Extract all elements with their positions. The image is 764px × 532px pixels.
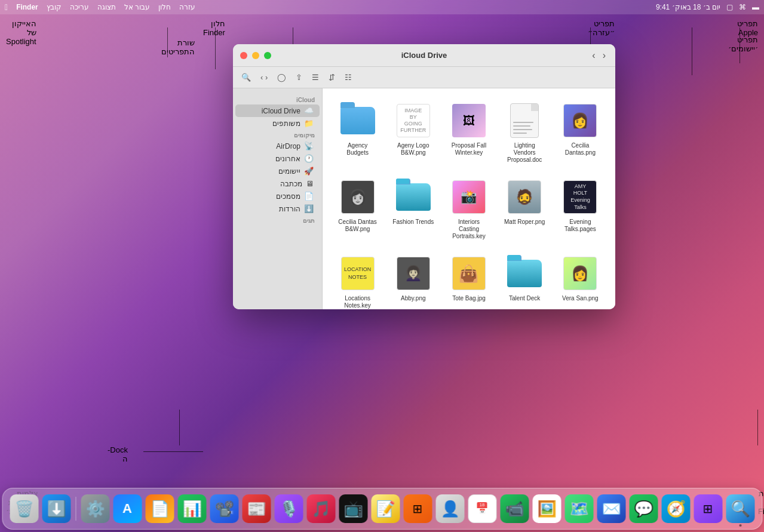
menubar-goto[interactable]: עבור אל [124,3,150,11]
sidebar-item-airdrop[interactable]: 📡 AirDrop [235,140,320,152]
menubar-right: יום ב׳ 18 באוק׳ 9:41 ▢ ⌘ ▬ [656,3,759,11]
file-item-vera[interactable]: 👩 Vera San.png [555,251,606,309]
tag-button[interactable]: ◯ [275,72,289,83]
menubar-annotation: שורת התפריטים [161,38,195,56]
dock-app-maps[interactable]: 🗺️ [564,494,593,523]
sidebar-item-shared[interactable]: 📁 משותפים [235,117,320,130]
file-item-locations[interactable]: LOCATIONNOTES Locations Notes.key [332,251,383,309]
downloads-icon: ⬇️ [304,204,314,213]
file-item-matt[interactable]: 🧔 Matt Roper.png [499,174,550,244]
menubar-file[interactable]: קובץ [47,3,62,11]
file-item-cecilia-bw[interactable]: 👩 Cecilia Dantas B&W.png [332,174,383,244]
file-item-interiors[interactable]: 📸 Interiors Casting Portraits.key [443,174,494,244]
dock-app-mail[interactable]: ✉️ [597,494,625,523]
app-name-label[interactable]: Finder [16,3,38,11]
proposal-fw-label: Proposal Fall Winter.key [447,142,490,156]
apple-menu-icon[interactable]:  [5,2,8,12]
close-button[interactable] [240,52,247,59]
proposal-fw-icon: 🖼 [450,102,488,140]
dock-app-launchpad[interactable]: ⊞ [403,494,432,523]
back-button[interactable]: ‹ [590,50,597,61]
search-button[interactable]: 🔍 [239,72,253,83]
maximize-button[interactable] [264,52,271,59]
finder-window-annotation: חלון Finder [203,19,225,37]
menubar-edit[interactable]: עריכה [70,3,89,11]
sort-button[interactable]: ⇵ [326,72,337,83]
dock-app-trash[interactable]: 🗑️ [10,494,38,523]
minimize-button[interactable] [252,52,259,59]
dock-app-app-store[interactable]: A [113,494,142,523]
dock-app-photos[interactable]: 🖼️ [532,494,561,523]
forward-button[interactable]: › [600,50,608,61]
sidebar-item-documents[interactable]: 📄 מסמכים [235,190,320,202]
screenshot-icon[interactable]: ▢ [726,3,733,11]
abby-icon: 👩‍🦱 [394,254,432,293]
ageny-logo-icon: IMAGEBYGOINGFURTHER [394,102,432,140]
dock-app-safari[interactable]: 🧭 [661,494,690,523]
share-button[interactable]: ⇧ [293,72,305,83]
dock-app-calendar[interactable]: 18 📅 [468,494,496,523]
wifi-icon[interactable]: ⌘ [739,3,746,11]
grid-view-button[interactable]: ☷ [342,72,354,83]
cecilia-icon: 👩 [561,102,599,140]
dock-app-facetime[interactable]: 📹 [500,494,529,523]
sidebar-item-icloud-drive[interactable]: ☁️ iCloud Drive [235,104,320,117]
dock-app-numbers[interactable]: 📊 [177,494,206,523]
file-item-talent-deck[interactable]: Talent Deck [499,251,550,309]
finder-window: iCloud Drive ‹ › 🔍 ‹ › ◯ ⇧ ☰ ⇵ ☷ iCloud … [233,44,615,309]
dock-app-finder[interactable]: 🔍 [726,494,754,523]
finder-window-title: iCloud Drive [401,51,447,60]
finder-nav: ‹ › [590,50,608,61]
file-item-tote-bag[interactable]: 👜 Tote Bag.jpg [443,251,494,309]
battery-icon: ▬ [752,3,759,11]
file-item-agency-budgets[interactable]: Agency Budgets [332,98,383,167]
sidebar-item-recents[interactable]: 🕐 אחרונים [235,152,320,165]
dock-app-contacts[interactable]: 👤 [435,494,464,523]
sidebar-item-desktop[interactable]: 🖥 מכתבה [235,177,320,190]
ageny-logo-label: Ageny Logo B&W.png [392,142,435,156]
dock-app-notes[interactable]: 📝 [371,494,400,523]
dock-app-podcasts[interactable]: 🎙️ [274,494,303,523]
dock-app-pages[interactable]: 📄 [145,494,174,523]
dock-app-news[interactable]: 📰 [242,494,271,523]
vera-icon: 👩 [561,254,599,293]
sidebar-item-downloads[interactable]: ⬇️ הורדות [235,202,320,215]
sidebar-item-apps[interactable]: 🚀 יישומים [235,165,320,177]
cecilia-label: Cecilia Dantas.png [559,142,602,156]
dock-app-system-prefs[interactable]: ⚙️ [81,494,109,523]
dock-app-keynote[interactable]: 📽️ [210,494,238,523]
airdrop-label: AirDrop [276,142,300,150]
dock-app-grid[interactable]: ⊞ [694,494,722,523]
documents-label: מסמכים [276,192,300,201]
file-item-proposal-fw[interactable]: 🖼 Proposal Fall Winter.key [443,98,494,167]
finder-titlebar: iCloud Drive ‹ › [233,44,615,67]
dock-app-messages[interactable]: 💬 [629,494,658,523]
airdrop-icon: 📡 [304,142,314,150]
locations-icon: LOCATIONNOTES [339,254,377,293]
file-item-evening-talks[interactable]: AMYHOLTEveningTalks Evening Talks.pages [555,174,606,244]
file-item-cecilia[interactable]: 👩 Cecilia Dantas.png [555,98,606,167]
dock-app-music[interactable]: 🎵 [306,494,335,523]
back-nav-button[interactable]: ‹ › [258,72,270,83]
apple-menu-annotation: תפריט Apple [737,19,758,37]
desktop-icon: 🖥 [306,179,314,188]
file-item-fashion-trends[interactable]: Fashion Trends [388,174,438,244]
file-item-lighting-vendors[interactable]: Lighting Vendors Proposal.doc [499,98,550,167]
matt-label: Matt Roper.png [504,219,545,226]
dock-app-downloads[interactable]: ⬇️ [42,494,70,523]
fashion-trends-label: Fashion Trends [392,219,434,226]
view-options-button[interactable]: ☰ [309,72,321,83]
menubar-view[interactable]: תצוגה [97,3,116,11]
apps-label: יישומים [278,167,300,176]
finder-content: Agency Budgets IMAGEBYGOINGFURTHER Ageny… [323,88,615,309]
cecilia-bw-label: Cecilia Dantas B&W.png [336,219,379,233]
menubar-help[interactable]: עזרה [179,3,195,11]
menubar-window[interactable]: חלון [158,3,171,11]
dock-app-tv[interactable]: 📺 [339,494,367,523]
file-item-ageny-logo[interactable]: IMAGEBYGOINGFURTHER Ageny Logo B&W.png [388,98,438,167]
file-item-abby[interactable]: 👩‍🦱 Abby.png [388,251,438,309]
downloads-label: הורדות [279,205,300,213]
matt-icon: 🧔 [505,178,544,216]
evening-talks-label: Evening Talks.pages [559,219,602,233]
dock-separator-1 [75,497,76,521]
